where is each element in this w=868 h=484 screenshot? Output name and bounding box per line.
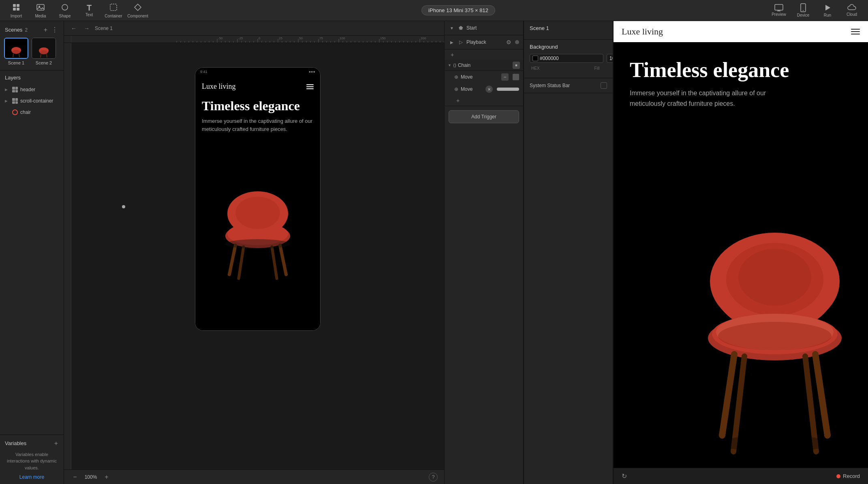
move-2-x-btn[interactable]: ✕ — [485, 86, 493, 93]
svg-line-27 — [272, 247, 277, 278]
hex-label: HEX — [531, 66, 584, 71]
ruler-h-marks — [71, 36, 444, 43]
shape-icon — [60, 3, 69, 13]
animation-panel: ▼ ⬟ Start ▶ ▷ Playback ⚙ + ▼ ⟨⟩ Chain — [444, 21, 524, 484]
tool-device[interactable]: Device — [792, 2, 815, 19]
tool-media[interactable]: Media — [29, 2, 52, 19]
zoom-out-button[interactable]: − — [71, 473, 79, 482]
svg-line-14 — [19, 54, 19, 57]
layer-item-header[interactable]: ▶ header — [0, 84, 64, 95]
canvas-bottom-bar: − 100% + ? — [64, 469, 444, 484]
chain-header-row[interactable]: ▼ ⟨⟩ Chain ■ — [445, 60, 523, 71]
add-scene-button[interactable]: + — [43, 25, 48, 34]
move-row-1[interactable]: ⊕ Move − — [445, 71, 523, 83]
scene-thumb-1[interactable]: Scene 1 — [4, 38, 28, 65]
record-dot-icon — [836, 474, 840, 478]
scenes-list: Scene 1 — [0, 38, 64, 70]
chain-settings-btn[interactable]: ■ — [513, 62, 520, 69]
svg-line-18 — [47, 54, 47, 58]
hex-input[interactable]: #000000 — [540, 56, 601, 61]
move-2-icon: ⊕ — [454, 86, 458, 92]
back-arrow[interactable]: ← — [69, 24, 79, 33]
start-row[interactable]: ▼ ⬟ Start — [445, 21, 523, 35]
zoom-level: 100% — [83, 474, 99, 480]
canvas-viewport[interactable]: 9:41 ●●● Luxe living — [71, 43, 444, 469]
svg-point-32 — [738, 249, 811, 306]
tool-import[interactable]: Import — [5, 2, 28, 19]
playback-settings-btn[interactable]: ⚙ — [505, 38, 513, 46]
zoom-in-button[interactable]: + — [102, 473, 111, 482]
chain-add-btn[interactable]: + — [454, 97, 462, 104]
tool-container[interactable]: Container — [102, 2, 125, 19]
preview-menu-icon[interactable] — [851, 29, 860, 34]
add-trigger-button[interactable]: Add Trigger — [449, 110, 519, 123]
svg-rect-4 — [37, 4, 44, 10]
chain-add-row: + — [445, 95, 523, 106]
hex-input-group[interactable]: #000000 — [530, 54, 603, 63]
record-label: Record — [843, 473, 860, 479]
tool-shape[interactable]: Shape — [53, 2, 76, 19]
preview-chair-area — [682, 200, 868, 468]
phone-menu-icon[interactable] — [306, 84, 314, 89]
tool-preview[interactable]: Preview — [768, 2, 790, 19]
system-status-label: System Status Bar — [530, 83, 597, 88]
phone-content: Luxe living Timeless elegance Immerse yo… — [195, 76, 320, 330]
learn-more-link[interactable]: Learn more — [5, 474, 59, 480]
system-status-checkbox[interactable] — [601, 82, 607, 89]
playback-section: ▶ ▷ Playback ⚙ — [445, 35, 523, 49]
container-icon — [109, 3, 118, 13]
tool-cloud[interactable]: Cloud — [840, 2, 863, 19]
layer-item-scroll-container[interactable]: ▶ scroll-container — [0, 95, 64, 107]
move-row-2[interactable]: ⊕ Move ✕ — [445, 83, 523, 95]
layers-section-header: Layers — [0, 71, 64, 84]
move-1-icon: ⊕ — [454, 74, 458, 80]
svg-line-25 — [280, 245, 286, 274]
layers-list: ▶ header ▶ scroll-container ▶ chair — [0, 84, 64, 435]
preview-title: Timeless elegance — [630, 58, 852, 81]
svg-point-12 — [12, 50, 20, 54]
add-trigger-plus-btn[interactable]: + — [449, 51, 456, 58]
refresh-icon[interactable]: ↻ — [622, 472, 627, 480]
toolbar-right: Preview Device Run Cloud — [768, 2, 863, 19]
phone-title: Timeless elegance — [202, 99, 314, 113]
svg-line-37 — [722, 354, 734, 435]
main-area: Scenes 2 + ⋮ — [0, 21, 868, 484]
forward-arrow[interactable]: → — [82, 24, 92, 33]
svg-point-16 — [40, 50, 48, 54]
tool-text[interactable]: T Text — [78, 2, 100, 19]
scene-label-2: Scene 2 — [36, 60, 52, 65]
toolbar-center: iPhone 13 Mini 375 × 812 — [151, 5, 766, 15]
start-section: ▼ ⬟ Start — [445, 21, 523, 35]
move-1-minus-btn[interactable]: − — [501, 73, 509, 81]
tool-container-label: Container — [105, 14, 122, 18]
tool-run[interactable]: Run — [816, 2, 839, 19]
chain-arrow-icon: ⟨⟩ — [453, 63, 456, 68]
scene-thumb-2[interactable]: Scene 2 — [32, 38, 56, 65]
svg-line-13 — [13, 54, 13, 57]
preview-panel: Luxe living Timeless elegance Immerse yo… — [613, 21, 868, 484]
scenes-actions: + ⋮ — [43, 25, 59, 34]
scenes-options-button[interactable]: ⋮ — [51, 25, 59, 34]
add-variable-button[interactable]: + — [53, 439, 59, 448]
scenes-title: Scenes — [5, 27, 22, 33]
add-trigger-row-top: + — [445, 49, 523, 60]
device-selector[interactable]: iPhone 13 Mini 375 × 812 — [421, 5, 495, 15]
color-row: #000000 100 — [530, 54, 607, 63]
svg-line-17 — [41, 54, 41, 58]
svg-rect-1 — [17, 4, 19, 7]
tool-component[interactable]: Component — [126, 2, 149, 19]
preview-chair-svg — [682, 200, 868, 468]
preview-subtitle: Immerse yourself in the captivating allu… — [630, 88, 784, 109]
record-bar: ↻ Record — [614, 468, 868, 484]
color-swatch — [532, 56, 538, 61]
scene-label-1: Scene 1 — [8, 60, 24, 65]
phone-chair-svg — [211, 177, 304, 287]
ruler-vertical — [64, 43, 71, 469]
hex-fill-labels: HEX Fill — [530, 66, 607, 71]
playback-row[interactable]: ▶ ▷ Playback ⚙ — [445, 35, 523, 49]
help-button[interactable]: ? — [429, 473, 438, 482]
layer-item-chair[interactable]: ▶ chair — [0, 107, 64, 118]
svg-line-26 — [239, 247, 244, 278]
canvas-with-ruler: 9:41 ●●● Luxe living — [64, 43, 444, 469]
record-button[interactable]: Record — [836, 473, 860, 479]
